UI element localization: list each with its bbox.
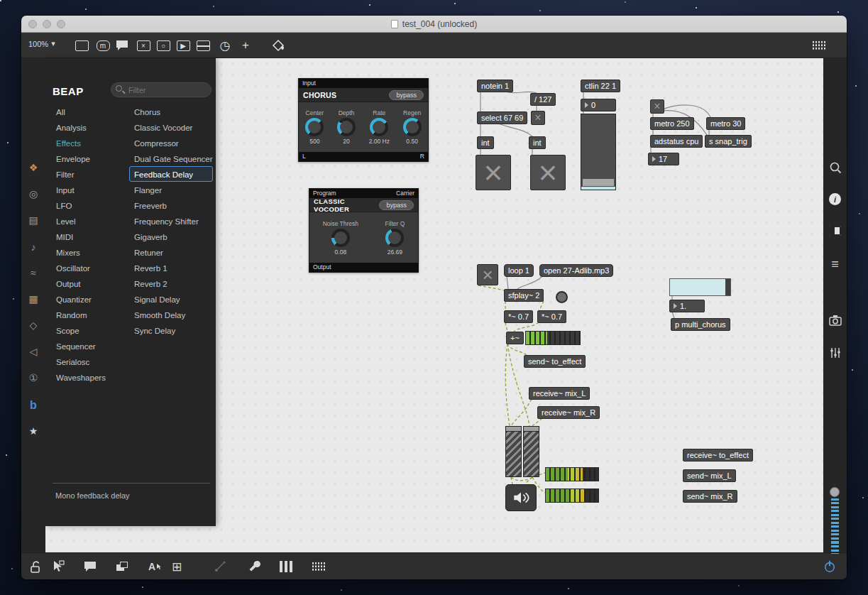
drawer-icon[interactable]: ▤ [21, 214, 45, 226]
ezdac-speaker-button[interactable] [505, 484, 537, 511]
beap-icon[interactable]: b [21, 399, 45, 412]
number-box-one[interactable]: 1. [669, 300, 705, 312]
sidebar-category[interactable]: LFO [51, 197, 126, 213]
sidebar-category[interactable]: Quantizer [51, 291, 126, 307]
sidebar-category[interactable]: Effects [51, 135, 126, 151]
sidebar-category[interactable]: All [51, 104, 126, 119]
filter-search[interactable] [111, 82, 211, 97]
vertical-slider[interactable] [581, 114, 616, 190]
device-item[interactable]: Reverb 1 [129, 260, 213, 275]
multislider-meter[interactable] [525, 331, 581, 345]
gain-handle[interactable] [506, 427, 521, 432]
add-more-button[interactable]: + [238, 38, 253, 53]
bang-button[interactable] [556, 291, 568, 303]
object-receive-mix-r[interactable]: receive~ mix_R [537, 406, 600, 419]
paint-bucket-button[interactable] [271, 38, 287, 53]
sidebar-category[interactable]: MIDI [51, 229, 126, 244]
device-item[interactable]: Reverb 2 [129, 275, 213, 291]
sidebar-category[interactable]: Input [51, 182, 126, 197]
big-toggle-right[interactable]: × [530, 155, 566, 190]
device-item[interactable]: Smooth Delay [129, 307, 213, 322]
clip-icon[interactable]: ◇ [21, 320, 45, 331]
new-button-button[interactable]: ○ [155, 38, 171, 53]
message-loop[interactable]: loop 1 [504, 264, 534, 277]
object-multiply-right[interactable]: *~ 0.7 [537, 310, 566, 323]
device-item[interactable]: Flanger [129, 182, 213, 197]
filter-q-knob[interactable] [385, 229, 404, 247]
sidebar-category[interactable]: Output [51, 275, 126, 291]
object-divide-127[interactable]: / 127 [530, 93, 556, 106]
object-send-mix-r[interactable]: send~ mix_R [683, 490, 737, 503]
object-ctlin[interactable]: ctlin 22 1 [581, 80, 620, 92]
vizzie-icon[interactable]: ① [21, 372, 45, 383]
sidebar-category[interactable]: Serialosc [51, 354, 126, 369]
packages-icon[interactable]: ❖ [21, 162, 45, 173]
device-item[interactable]: Chorus [129, 104, 213, 119]
grid-snap-button[interactable]: ⊞ [168, 559, 185, 574]
sidebar-category[interactable]: Random [51, 307, 126, 322]
object-select[interactable]: select 67 69 [477, 111, 527, 124]
number-box-zero[interactable]: 0 [581, 99, 616, 111]
console-button[interactable] [278, 559, 295, 574]
reference-button[interactable] [823, 226, 847, 236]
object-multiply-left[interactable]: *~ 0.7 [504, 310, 533, 323]
sidebar-category[interactable]: Sequencer [51, 338, 126, 354]
matrix-view-button[interactable] [811, 38, 827, 53]
vocoder-bpatcher[interactable]: ProgramCarrier CLASSIC VOCODER bypass No… [309, 188, 419, 273]
patchcord-tool-button[interactable] [211, 559, 229, 574]
device-item[interactable]: Feedback Delay [129, 166, 213, 182]
number-box-17[interactable]: 17 [648, 153, 679, 165]
chorus-bpatcher[interactable]: Input CHORUS bypass Center 500 Depth 20 [298, 78, 429, 162]
snapshot-button[interactable] [823, 314, 847, 327]
title-bar[interactable]: test_004 (unlocked) [21, 16, 847, 33]
device-item[interactable]: Frequency Shifter [129, 213, 213, 229]
new-metro-button[interactable]: ◷ [217, 38, 233, 53]
gain-slider-left[interactable] [505, 426, 522, 477]
zoom-dropdown[interactable]: 100% ▾ [28, 39, 55, 48]
settings-button[interactable] [246, 559, 263, 574]
object-add-signal[interactable]: +~ [506, 332, 524, 344]
message-open-file[interactable]: open 27-Adlib.mp3 [539, 264, 613, 277]
regen-knob[interactable] [403, 118, 422, 136]
lock-patcher-button[interactable] [27, 559, 44, 574]
waveform-scrubber[interactable] [669, 278, 731, 296]
comments-button[interactable] [82, 559, 99, 574]
device-item[interactable]: Gigaverb [129, 229, 213, 244]
close-window-button[interactable] [28, 20, 37, 28]
new-playbar-button[interactable]: ▶ [175, 38, 191, 53]
record-icon[interactable]: ◎ [21, 188, 45, 200]
gain-handle[interactable] [524, 427, 539, 432]
matrixctrl-button[interactable] [310, 559, 327, 574]
slider-handle[interactable] [583, 179, 614, 186]
new-message-button[interactable]: m [95, 38, 111, 53]
device-item[interactable]: Freeverb [129, 197, 213, 213]
object-metro-30[interactable]: metro 30 [706, 117, 745, 130]
device-item[interactable]: Dual Gate Sequencer [129, 151, 213, 166]
audio-power-button[interactable] [821, 559, 838, 574]
speaker-left-icon[interactable]: ◁ [21, 346, 45, 357]
sidebar-category[interactable]: Scope [51, 322, 126, 338]
new-toggle-button[interactable]: × [136, 38, 151, 53]
object-notein[interactable]: notein 1 [477, 80, 513, 92]
device-item[interactable]: Retuner [129, 244, 213, 260]
object-int-left[interactable]: int [477, 136, 494, 149]
sidebar-category[interactable]: Level [51, 213, 126, 229]
sidebar-category[interactable]: Filter [51, 166, 126, 182]
metro-toggle[interactable]: × [650, 99, 664, 114]
object-send-mix-l[interactable]: send~ mix_L [683, 469, 736, 482]
object-receive-mix-l[interactable]: receive~ mix_L [529, 387, 590, 400]
object-send-snap-trig[interactable]: s snap_trig [705, 135, 752, 148]
playback-toggle[interactable]: × [477, 264, 498, 285]
lessons-button[interactable]: ≡ [823, 257, 847, 272]
object-metro-250[interactable]: metro 250 [650, 117, 694, 130]
object-int-right[interactable]: int [529, 136, 546, 149]
arrange-button[interactable] [114, 559, 131, 574]
device-item[interactable]: Classic Vocoder [129, 119, 213, 135]
audio-mixer-button[interactable] [823, 346, 847, 359]
image-icon[interactable]: ▦ [21, 293, 45, 305]
filter-input[interactable] [111, 82, 211, 97]
device-item[interactable]: Signal Delay [129, 291, 213, 307]
music-note-icon[interactable]: ♪ [21, 241, 45, 253]
device-item[interactable]: Compressor [129, 135, 213, 151]
new-comment-button[interactable] [114, 38, 130, 53]
